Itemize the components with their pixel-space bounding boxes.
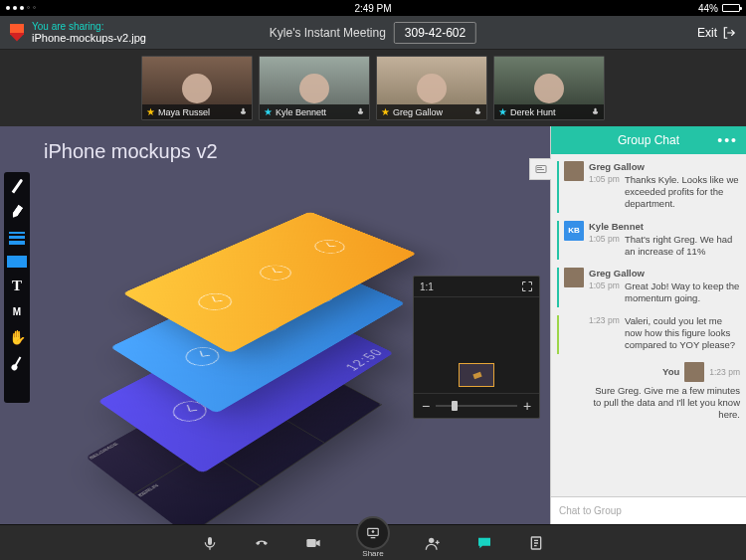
signal-dots bbox=[6, 6, 36, 10]
share-button[interactable]: Share bbox=[356, 516, 390, 558]
app-logo-icon bbox=[10, 24, 24, 42]
participant-tile[interactable]: ★Derek Hunt bbox=[493, 56, 605, 120]
participants-row: ★Maya Russel ★Kyle Bennett ★Greg Gallow … bbox=[0, 50, 746, 126]
participant-tile[interactable]: ★Kyle Bennett bbox=[259, 56, 370, 120]
avatar bbox=[564, 161, 584, 181]
shared-canvas[interactable]: iPhone mockups v2 T M ✋ BELGRADEBERLINBE… bbox=[0, 126, 550, 524]
pointer-tool[interactable] bbox=[8, 355, 26, 371]
share-label: Share bbox=[362, 549, 383, 558]
battery-icon bbox=[722, 4, 740, 12]
participant-tile[interactable]: ★Greg Gallow bbox=[376, 56, 487, 120]
sharing-label: You are sharing: bbox=[32, 21, 146, 32]
battery-percent: 44% bbox=[698, 3, 718, 14]
participant-name: Derek Hunt bbox=[510, 107, 556, 117]
exit-label: Exit bbox=[697, 26, 717, 40]
svg-point-6 bbox=[429, 537, 434, 542]
mic-icon[interactable] bbox=[591, 107, 600, 116]
msg-time: 1:05 pm bbox=[589, 174, 621, 184]
m-tool[interactable]: M bbox=[8, 303, 26, 319]
zoom-slider[interactable] bbox=[436, 405, 517, 407]
star-icon: ★ bbox=[381, 106, 390, 117]
canvas-title: iPhone mockups v2 bbox=[44, 140, 218, 163]
highlighter-tool[interactable] bbox=[8, 204, 26, 220]
annotation-toolbar: T M ✋ bbox=[4, 172, 30, 403]
avatar bbox=[684, 362, 704, 382]
color-picker-tool[interactable] bbox=[7, 256, 27, 268]
msg-text: That's right Greg. We had an increase of… bbox=[625, 234, 740, 258]
zoom-ratio[interactable]: 1:1 bbox=[420, 281, 434, 292]
msg-author: Kyle Bennet bbox=[589, 221, 740, 232]
mic-icon[interactable] bbox=[356, 107, 365, 116]
participant-name: Kyle Bennett bbox=[276, 107, 326, 117]
mic-icon[interactable] bbox=[239, 107, 248, 116]
avatar: KB bbox=[564, 221, 584, 241]
star-icon: ★ bbox=[498, 106, 507, 117]
avatar bbox=[564, 268, 584, 287]
chat-title: Group Chat bbox=[618, 133, 679, 147]
svg-rect-1 bbox=[537, 167, 542, 168]
ios-status-bar: 2:49 PM 44% bbox=[0, 0, 746, 16]
msg-text: Valeri, could you let me now how this fi… bbox=[625, 315, 740, 351]
sharing-info[interactable]: You are sharing: iPhone-mockups-v2.jpg bbox=[32, 21, 146, 44]
msg-time: 1:23 pm bbox=[709, 367, 740, 377]
zoom-out-button[interactable]: − bbox=[420, 398, 432, 414]
msg-author: Greg Gallow bbox=[589, 268, 740, 279]
mute-button[interactable] bbox=[201, 535, 219, 551]
chat-collapse-tab[interactable] bbox=[529, 158, 551, 180]
mic-icon[interactable] bbox=[473, 107, 482, 116]
msg-time: 1:05 pm bbox=[589, 234, 621, 244]
sharing-filename: iPhone-mockups-v2.jpg bbox=[32, 32, 146, 44]
meeting-id-button[interactable]: 309-42-602 bbox=[394, 22, 476, 44]
msg-text: Great Job! Way to keep the momentum goin… bbox=[625, 280, 740, 304]
line-weight-tool[interactable] bbox=[8, 230, 26, 246]
star-icon: ★ bbox=[264, 106, 273, 117]
msg-time: 1:05 pm bbox=[589, 280, 621, 290]
chat-input-container bbox=[551, 496, 746, 524]
add-participant-button[interactable] bbox=[424, 535, 442, 551]
status-time: 2:49 PM bbox=[354, 3, 391, 14]
pen-tool[interactable] bbox=[8, 178, 26, 194]
msg-time: 1:23 pm bbox=[589, 315, 621, 325]
zoom-in-button[interactable]: + bbox=[521, 398, 533, 414]
bottom-toolbar: Share bbox=[0, 524, 746, 560]
svg-rect-2 bbox=[537, 169, 544, 170]
exit-button[interactable]: Exit bbox=[697, 26, 736, 40]
chat-button[interactable] bbox=[475, 535, 493, 551]
zoom-minimap[interactable]: 1:1 − + bbox=[413, 276, 540, 419]
meeting-title: Kyle's Instant Meeting bbox=[270, 26, 386, 40]
hangup-button[interactable] bbox=[253, 535, 271, 551]
hand-tool[interactable]: ✋ bbox=[8, 329, 26, 345]
top-bar: You are sharing: iPhone-mockups-v2.jpg K… bbox=[0, 16, 746, 50]
msg-author: Greg Gallow bbox=[589, 161, 740, 172]
svg-rect-4 bbox=[306, 539, 315, 547]
exit-icon bbox=[722, 26, 736, 40]
notes-button[interactable] bbox=[527, 535, 545, 551]
minimap-viewport[interactable] bbox=[414, 297, 539, 393]
chat-input[interactable] bbox=[551, 497, 746, 524]
chat-header: Group Chat ••• bbox=[551, 126, 746, 154]
msg-author: You bbox=[662, 366, 679, 377]
participant-tile[interactable]: ★Maya Russel bbox=[141, 56, 253, 120]
svg-rect-3 bbox=[208, 537, 212, 545]
mockup-illustration: BELGRADEBERLINBERLINBERLINBISHKEKBISHKEK… bbox=[90, 186, 418, 484]
text-tool[interactable]: T bbox=[8, 278, 26, 293]
star-icon: ★ bbox=[146, 106, 155, 117]
chat-more-button[interactable]: ••• bbox=[717, 132, 738, 148]
chat-messages[interactable]: Greg Gallow 1:05 pmThanks Kyle. Looks li… bbox=[551, 154, 746, 496]
chat-panel: Group Chat ••• Greg Gallow 1:05 pmThanks… bbox=[550, 126, 746, 524]
participant-name: Maya Russel bbox=[158, 107, 210, 117]
expand-icon[interactable] bbox=[521, 280, 533, 292]
msg-text: Thanks Kyle. Looks like we exceeded prof… bbox=[625, 174, 740, 210]
msg-text: Sure Greg. Give me a few minutes to pull… bbox=[591, 385, 740, 421]
video-button[interactable] bbox=[304, 535, 322, 551]
eraser-tool[interactable] bbox=[8, 381, 26, 397]
participant-name: Greg Gallow bbox=[393, 107, 443, 117]
